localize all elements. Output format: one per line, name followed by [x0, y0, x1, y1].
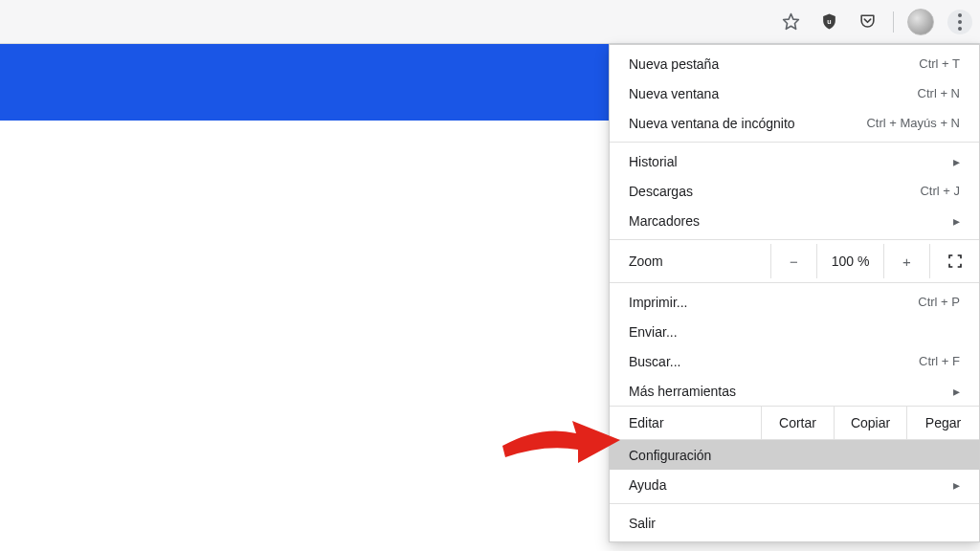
menu-separator: [610, 503, 979, 504]
menu-item-help[interactable]: Ayuda ▸: [610, 470, 979, 499]
svg-marker-0: [783, 14, 798, 30]
submenu-arrow-icon: ▸: [953, 477, 960, 493]
menu-label: Nueva ventana de incógnito: [629, 116, 866, 131]
menu-label: Salir: [629, 516, 960, 531]
menu-item-downloads[interactable]: Descargas Ctrl + J: [610, 176, 979, 206]
zoom-label: Zoom: [629, 253, 770, 269]
menu-shortcut: Ctrl + F: [919, 354, 960, 368]
edit-copy-button[interactable]: Copiar: [834, 407, 906, 439]
menu-shortcut: Ctrl + T: [919, 56, 960, 71]
svg-point-4: [958, 27, 962, 31]
edit-paste-button[interactable]: Pegar: [906, 407, 979, 439]
menu-separator: [610, 142, 979, 143]
menu-item-edit: Editar Cortar Copiar Pegar: [610, 406, 979, 440]
menu-item-settings[interactable]: Configuración: [610, 440, 979, 470]
zoom-in-button[interactable]: +: [883, 244, 929, 278]
menu-label: Historial: [629, 154, 953, 169]
menu-shortcut: Ctrl + P: [918, 295, 960, 309]
menu-label: Configuración: [629, 448, 960, 463]
menu-shortcut: Ctrl + N: [918, 86, 960, 100]
annotation-arrow: [498, 408, 622, 474]
menu-separator: [610, 282, 979, 283]
submenu-arrow-icon: ▸: [953, 154, 960, 169]
svg-point-3: [958, 20, 962, 24]
menu-label: Más herramientas: [629, 384, 953, 399]
menu-label: Descargas: [629, 184, 920, 199]
pocket-icon[interactable]: [855, 10, 880, 34]
menu-label: Imprimir...: [629, 295, 918, 310]
zoom-out-button[interactable]: −: [770, 244, 816, 278]
menu-label: Enviar...: [629, 324, 960, 340]
star-icon[interactable]: [778, 10, 803, 34]
menu-label: Nueva ventana: [629, 86, 918, 101]
submenu-arrow-icon: ▸: [953, 384, 960, 399]
ublock-icon[interactable]: u: [816, 10, 841, 34]
menu-shortcut: Ctrl + J: [920, 184, 960, 198]
zoom-value: 100 %: [816, 244, 883, 278]
svg-point-2: [958, 13, 962, 17]
submenu-arrow-icon: ▸: [953, 213, 960, 229]
menu-item-find[interactable]: Buscar... Ctrl + F: [610, 346, 979, 376]
menu-item-print[interactable]: Imprimir... Ctrl + P: [610, 287, 979, 317]
menu-item-zoom: Zoom − 100 % +: [610, 244, 979, 278]
edit-cut-button[interactable]: Cortar: [761, 407, 834, 439]
menu-item-history[interactable]: Historial ▸: [610, 146, 979, 176]
zoom-controls: − 100 % +: [770, 244, 979, 278]
menu-item-new-tab[interactable]: Nueva pestaña Ctrl + T: [610, 49, 979, 78]
menu-shortcut: Ctrl + Mayús + N: [866, 116, 960, 130]
toolbar-divider: [893, 11, 894, 33]
menu-item-new-window[interactable]: Nueva ventana Ctrl + N: [610, 78, 979, 108]
menu-label: Buscar...: [629, 354, 919, 369]
menu-item-incognito[interactable]: Nueva ventana de incógnito Ctrl + Mayús …: [610, 108, 979, 138]
chrome-main-menu: Nueva pestaña Ctrl + T Nueva ventana Ctr…: [609, 44, 980, 542]
menu-item-more-tools[interactable]: Más herramientas ▸: [610, 376, 979, 406]
kebab-menu-button[interactable]: [947, 10, 972, 34]
menu-item-bookmarks[interactable]: Marcadores ▸: [610, 206, 979, 235]
fullscreen-button[interactable]: [929, 244, 979, 278]
menu-label: Ayuda: [629, 477, 953, 493]
svg-text:u: u: [827, 18, 831, 26]
menu-item-cast[interactable]: Enviar...: [610, 317, 979, 346]
profile-avatar[interactable]: [907, 9, 934, 35]
menu-item-exit[interactable]: Salir: [610, 508, 979, 538]
edit-label: Editar: [629, 415, 761, 430]
browser-toolbar: u: [0, 0, 980, 44]
menu-label: Nueva pestaña: [629, 56, 919, 72]
menu-label: Marcadores: [629, 213, 953, 229]
menu-separator: [610, 239, 979, 240]
